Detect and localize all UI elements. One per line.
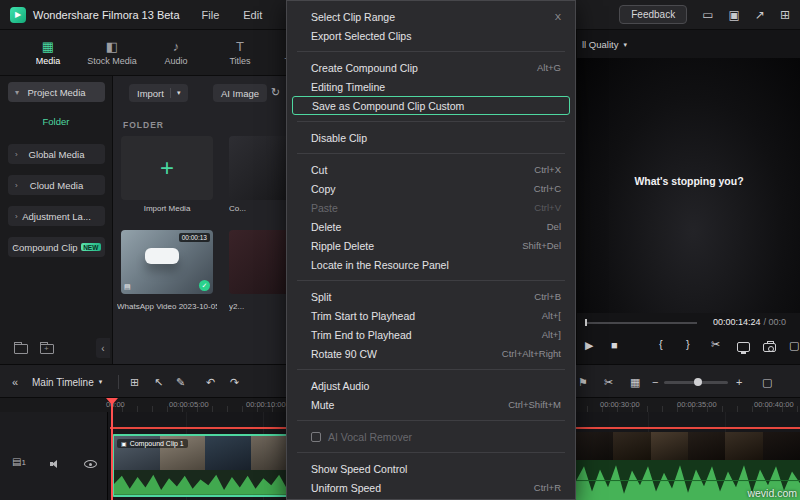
layout-grid-icon[interactable]: ⊞ (130, 365, 139, 399)
feedback-button[interactable]: Feedback (619, 5, 687, 24)
menu-item-ripple-delete[interactable]: Ripple Delete Shift+Del (287, 236, 575, 255)
menu-item-label: Save as Compound Clip Custom (312, 100, 464, 112)
sidebar-item-folder[interactable]: Folder (0, 116, 112, 127)
seek-handle[interactable] (585, 319, 587, 326)
menu-separator (297, 280, 565, 281)
sidebar-item-cloud-media[interactable]: › Cloud Media (8, 175, 105, 195)
sidebar-item-compound-clip[interactable]: › Compound Clip NEW (8, 237, 105, 257)
apps-grid-icon[interactable]: ⊞ (780, 9, 790, 21)
menu-item-uniform-speed[interactable]: Uniform Speed Ctrl+R (287, 478, 575, 497)
menu-item-cut[interactable]: Cut Ctrl+X (287, 160, 575, 179)
menu-item-disable-clip[interactable]: Disable Clip (287, 128, 575, 147)
tab-titles[interactable]: T Titles (212, 40, 268, 66)
menu-separator (297, 121, 565, 122)
split-scissors-icon[interactable]: ✂ (711, 339, 720, 350)
fullscreen-icon[interactable]: ▢ (789, 340, 799, 351)
sidebar-item-adjustment-layer[interactable]: › Adjustment La... (8, 206, 105, 226)
menu-item-delete[interactable]: Delete Del (287, 217, 575, 236)
plus-icon: + (121, 136, 213, 200)
redo-icon[interactable]: ↷ (230, 365, 239, 399)
menu-item-ai-vocal-remover: AI Vocal Remover (287, 427, 575, 446)
divider (118, 375, 119, 389)
menu-item-adjust-audio[interactable]: Adjust Audio (287, 376, 575, 395)
vr-headset-graphic (145, 248, 179, 264)
total-time: / 00:0 (764, 317, 787, 329)
mute-track-icon[interactable] (50, 458, 62, 470)
filmora-window: ▶ Wondershare Filmora 13 Beta File Edit … (0, 0, 800, 500)
menu-item-trim-end-to-playhead[interactable]: Trim End to Playhead Alt+] (287, 325, 575, 344)
video-clip-filmstrip[interactable] (576, 432, 800, 460)
razor-icon[interactable]: ✂ (604, 365, 613, 399)
import-media-tile[interactable]: + (121, 136, 213, 200)
menu-file[interactable]: File (202, 9, 220, 21)
quality-label: ll Quality (582, 39, 618, 50)
save-icon[interactable]: ▣ (729, 9, 740, 21)
chevron-right-icon: › (15, 150, 18, 159)
sidebar-item-label: Compound Clip (12, 242, 77, 253)
menu-item-shortcut: Ctrl+V (534, 202, 561, 213)
menu-item-label: Show Speed Control (311, 463, 407, 475)
menu-item-mute[interactable]: Mute Ctrl+Shift+M (287, 395, 575, 414)
folder-plus-icon[interactable]: + (40, 344, 54, 354)
fit-timeline-icon[interactable]: ▢ (762, 365, 772, 399)
monitor-icon[interactable]: ▭ (702, 9, 713, 21)
tab-media[interactable]: ▦ Media (20, 40, 76, 66)
menu-item-export-selected-clips[interactable]: Export Selected Clips (287, 26, 575, 45)
pointer-tool-icon[interactable]: ↖ (154, 365, 163, 399)
preview-panel: ll Quality ▾ What's stopping you? 00:00:… (576, 30, 800, 364)
hide-track-icon[interactable] (84, 457, 96, 469)
menu-item-shortcut: Ctrl+Shift+M (508, 399, 561, 410)
menu-item-rotate-90-cw[interactable]: Rotate 90 CW Ctrl+Alt+Right (287, 344, 575, 363)
zoom-slider[interactable] (664, 381, 728, 384)
share-icon[interactable]: ↗ (755, 9, 765, 21)
menu-item-select-clip-range[interactable]: Select Clip Range X (287, 7, 575, 26)
undo-icon[interactable]: ↶ (206, 365, 215, 399)
main-timeline-dropdown[interactable]: Main Timeline ▾ (32, 365, 102, 399)
mark-out-button[interactable]: } (686, 339, 690, 350)
render-preview-icon[interactable]: ▦ (630, 365, 640, 399)
stop-button[interactable]: ■ (611, 340, 618, 351)
menu-item-save-as-compound-clip-custom[interactable]: Save as Compound Clip Custom (292, 96, 570, 115)
tab-audio[interactable]: ♪ Audio (148, 40, 204, 66)
zoom-slider-knob[interactable] (694, 378, 702, 386)
ai-image-button[interactable]: AI Image (213, 84, 267, 102)
media-type-icon: ▤ (124, 283, 131, 291)
folder-icon[interactable] (14, 344, 28, 354)
menu-item-locate-in-resource-panel[interactable]: Locate in the Resource Panel (287, 255, 575, 274)
video-viewport: What's stopping you? (577, 58, 800, 313)
ai-vocal-remover-icon (311, 432, 321, 442)
refresh-icon[interactable]: ↻ (271, 86, 280, 99)
collapse-timeline-icon[interactable]: « (12, 365, 18, 399)
import-button[interactable]: Import ▾ (129, 84, 188, 102)
menu-separator (297, 420, 565, 421)
menu-item-editing-timeline[interactable]: Editing Timeline (287, 77, 575, 96)
edit-tool-icon[interactable]: ✎ (176, 365, 185, 399)
sidebar-item-global-media[interactable]: › Global Media (8, 144, 105, 164)
menu-item-label: Ripple Delete (311, 240, 374, 252)
menu-item-shortcut: X (555, 11, 561, 22)
menu-item-label: Export Selected Clips (311, 30, 411, 42)
marker-icon[interactable]: ⚑ (578, 365, 588, 399)
menu-item-label: Select Clip Range (311, 11, 395, 23)
display-icon[interactable] (737, 342, 750, 352)
menu-item-show-speed-control[interactable]: Show Speed Control (287, 459, 575, 478)
menu-item-trim-start-to-playhead[interactable]: Trim Start to Playhead Alt+[ (287, 306, 575, 325)
menu-item-copy[interactable]: Copy Ctrl+C (287, 179, 575, 198)
menu-item-shortcut: Ctrl+R (534, 482, 561, 493)
zoom-in-icon[interactable]: + (736, 365, 742, 399)
play-button[interactable]: ▶ (585, 340, 593, 351)
quality-dropdown[interactable]: ll Quality ▾ (582, 39, 627, 50)
snapshot-camera-icon[interactable] (763, 343, 776, 352)
menu-item-label: Create Compound Clip (311, 62, 418, 74)
playhead[interactable] (111, 398, 113, 500)
seek-bar[interactable] (585, 322, 697, 324)
zoom-out-icon[interactable]: − (652, 365, 658, 399)
menu-item-create-compound-clip[interactable]: Create Compound Clip Alt+G (287, 58, 575, 77)
whatsapp-video-tile[interactable]: 00:00:13 ▤ ✓ (121, 230, 213, 294)
mark-in-button[interactable]: { (659, 339, 663, 350)
tab-stock-media[interactable]: ◧ Stock Media (84, 40, 140, 66)
collapse-panel-button[interactable]: ‹ (96, 338, 110, 358)
menu-item-split[interactable]: Split Ctrl+B (287, 287, 575, 306)
sidebar-item-project-media[interactable]: ▾ Project Media (8, 82, 105, 102)
menu-edit[interactable]: Edit (243, 9, 262, 21)
